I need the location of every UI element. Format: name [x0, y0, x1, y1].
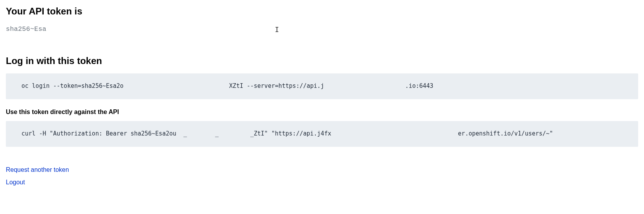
curl-command-block[interactable]: curl -H "Authorization: Bearer sha256~Es…	[6, 121, 638, 147]
heading-login-with-token: Log in with this token	[6, 55, 638, 66]
curl-command: curl -H "Authorization: Bearer sha256~Es…	[21, 130, 553, 137]
heading-use-against-api: Use this token directly against the API	[6, 109, 638, 116]
text-cursor-icon: I	[275, 25, 279, 34]
token-display[interactable]: sha256~Esa I	[6, 25, 638, 33]
heading-your-api-token: Your API token is	[6, 6, 638, 17]
oc-login-command-block[interactable]: oc login --token=sha256~Esa2o XZtI --ser…	[6, 73, 638, 99]
logout-link[interactable]: Logout	[6, 179, 638, 186]
links-section: Request another token Logout	[6, 166, 638, 186]
request-another-token-link[interactable]: Request another token	[6, 166, 638, 173]
token-value: sha256~Esa	[6, 25, 46, 33]
oc-login-command: oc login --token=sha256~Esa2o XZtI --ser…	[21, 82, 433, 89]
